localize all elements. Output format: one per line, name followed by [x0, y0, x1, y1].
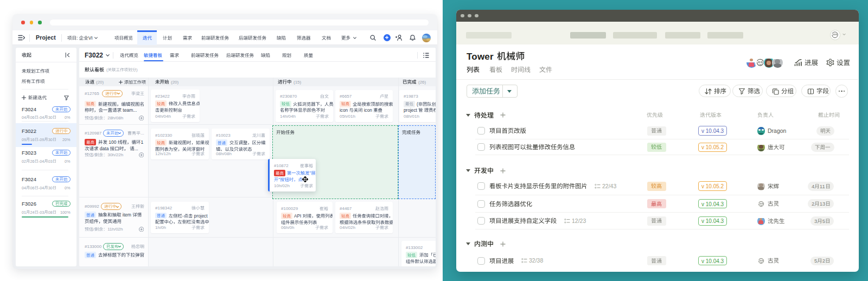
- svg-text:v 10.04.3: v 10.04.3: [701, 201, 724, 207]
- svg-text:#6657: #6657: [340, 94, 352, 99]
- svg-text:#100029: #100029: [281, 206, 298, 211]
- svg-text:/: /: [93, 152, 95, 157]
- svg-text:F3022: F3022: [85, 52, 103, 59]
- svg-text:08h/01h: 08h/01h: [404, 114, 419, 119]
- svg-text:": ": [278, 177, 280, 182]
- svg-text:13: 13: [819, 201, 825, 207]
- svg-text:(26): (26): [418, 80, 426, 85]
- svg-text:v 10.05.2: v 10.05.2: [701, 183, 724, 189]
- svg-text:...: ...: [141, 131, 144, 136]
- svg-text:03: 03: [48, 159, 53, 164]
- svg-text:v 10.04.3: v 10.04.3: [701, 128, 724, 134]
- svg-text:1: 1: [141, 139, 143, 145]
- svg-text:32/38: 32/38: [529, 257, 543, 264]
- svg-text:#120987: #120987: [85, 131, 102, 136]
- svg-text:project: project: [193, 213, 208, 219]
- svg-text:API: API: [294, 213, 303, 219]
- svg-text:icon: icon: [340, 107, 349, 113]
- svg-text:Project: Project: [36, 34, 56, 41]
- svg-text:#23422: #23422: [155, 94, 170, 99]
- svg-text:08h/08h: 08h/08h: [216, 151, 232, 156]
- svg-text:#133002: #133002: [406, 245, 423, 250]
- svg-text:#102330: #102330: [155, 133, 173, 138]
- svg-text:F3024: F3024: [22, 106, 36, 112]
- svg-text:30: 30: [48, 137, 53, 142]
- svg-text:12/23: 12/23: [572, 218, 586, 224]
- svg-text:#4467: #4467: [340, 206, 352, 211]
- svg-text:/: /: [93, 227, 95, 232]
- svg-text:VI: VI: [88, 35, 93, 41]
- svg-text:0%: 0%: [65, 159, 71, 164]
- svg-text:5: 5: [822, 218, 825, 224]
- svg-text:28h/08h: 28h/08h: [107, 116, 123, 120]
- svg-text:item: item: [122, 212, 133, 218]
- svg-text:11: 11: [819, 183, 825, 189]
- svg-text:v 10.04.3: v 10.04.3: [701, 218, 724, 224]
- svg-text:3: 3: [814, 218, 817, 224]
- svg-text:/: /: [93, 116, 95, 120]
- svg-text:-04: -04: [39, 115, 44, 120]
- svg-text:-: -: [182, 213, 183, 219]
- svg-text:30h/22h: 30h/22h: [107, 152, 123, 157]
- svg-text:04: 04: [22, 186, 26, 190]
- svg-text:22/43: 22/43: [602, 183, 616, 189]
- svg-text:2: 2: [822, 258, 825, 264]
- svg-text:#133000: #133000: [85, 244, 102, 249]
- svg-text:30: 30: [48, 115, 53, 120]
- svg-text:-04: -04: [39, 159, 44, 164]
- svg-text:20%: 20%: [62, 137, 71, 142]
- svg-text:F3024: F3024: [22, 176, 36, 182]
- svg-text:0%: 0%: [65, 115, 71, 120]
- svg-text:#12765: #12765: [85, 91, 99, 96]
- svg-text:0%: 0%: [65, 186, 71, 190]
- svg-text:30: 30: [48, 186, 53, 190]
- svg-text:#19873: #19873: [404, 94, 418, 99]
- svg-text:": ": [310, 170, 311, 176]
- svg-text:project: project: [404, 107, 418, 113]
- svg-text:(20): (20): [96, 80, 104, 85]
- svg-text:4: 4: [812, 183, 814, 189]
- svg-text:02: 02: [22, 159, 26, 164]
- svg-text:2: 2: [812, 201, 814, 207]
- svg-text:06h/0h: 06h/0h: [281, 225, 294, 230]
- svg-text:#230870: #230870: [280, 94, 297, 99]
- svg-text:16: 16: [30, 137, 34, 142]
- svg-text:#10023: #10023: [216, 133, 231, 138]
- svg-text:icon: icon: [362, 107, 373, 113]
- svg-text:-09: -09: [39, 137, 44, 142]
- svg-text:1h/0h: 1h/0h: [155, 226, 166, 231]
- svg-text:...: ...: [135, 146, 138, 151]
- svg-text:04: 04: [22, 115, 26, 120]
- svg-text:F3023: F3023: [22, 149, 36, 155]
- svg-text:team...: team...: [122, 107, 137, 113]
- svg-text:05h/01h: 05h/01h: [340, 114, 355, 119]
- svg-text:14h/04h: 14h/04h: [280, 114, 296, 119]
- svg-text:#09992: #09992: [85, 205, 99, 209]
- svg-text:v 10.04.3: v 10.04.3: [701, 258, 724, 264]
- svg-text:04h/02h: 04h/02h: [340, 225, 355, 230]
- svg-text:08: 08: [48, 210, 53, 215]
- svg-text:5: 5: [814, 258, 817, 264]
- svg-text:09: 09: [22, 137, 26, 142]
- svg-text:-03: -03: [39, 210, 44, 215]
- svg-text:Tower: Tower: [467, 52, 496, 62]
- svg-text:#10872: #10872: [274, 163, 289, 168]
- svg-text:(: (: [106, 67, 108, 72]
- svg-text:F3022: F3022: [22, 127, 36, 133]
- svg-text:01: 01: [22, 210, 26, 215]
- svg-text:11h/02h: 11h/02h: [107, 227, 123, 232]
- svg-text:v 10.05.2: v 10.05.2: [701, 144, 724, 150]
- svg-text:100: 100: [107, 139, 118, 145]
- svg-text:(20): (20): [171, 80, 179, 85]
- svg-text:10h/02h: 10h/02h: [274, 183, 290, 188]
- svg-text:-04: -04: [39, 186, 44, 190]
- svg-text:data: data: [99, 146, 110, 151]
- svg-text:100%: 100%: [60, 210, 71, 215]
- svg-text:12h/12h: 12h/12h: [155, 151, 171, 156]
- svg-text:26: 26: [30, 159, 34, 164]
- svg-text:(: (: [417, 101, 418, 107]
- svg-text:06: 06: [30, 115, 34, 120]
- svg-text:F3026: F3026: [22, 200, 36, 206]
- svg-text:06: 06: [30, 186, 34, 190]
- svg-text:#198342: #198342: [155, 206, 173, 211]
